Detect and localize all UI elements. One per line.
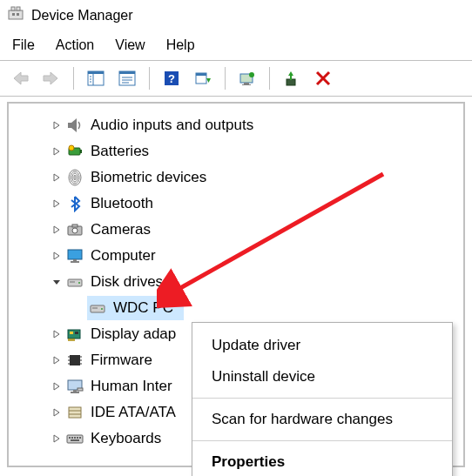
svg-rect-25 [287, 79, 295, 85]
disk-drive-icon [87, 298, 108, 318]
svg-marker-31 [71, 118, 77, 132]
menu-help[interactable]: Help [166, 37, 195, 53]
svg-rect-3 [12, 13, 15, 16]
app-icon [7, 5, 24, 25]
context-update-driver[interactable]: Update driver [192, 330, 452, 361]
menu-action[interactable]: Action [56, 37, 94, 53]
chevron-right-icon[interactable] [49, 352, 64, 368]
chevron-right-icon[interactable] [49, 222, 64, 238]
svg-rect-69 [69, 407, 81, 418]
chevron-right-icon[interactable] [49, 117, 64, 133]
keyboard-icon [64, 428, 85, 449]
chevron-down-icon[interactable] [49, 274, 64, 290]
svg-rect-77 [79, 437, 81, 439]
tree-item-computer[interactable]: Computer [26, 243, 458, 269]
svg-point-49 [101, 308, 103, 310]
svg-rect-68 [78, 388, 83, 391]
svg-rect-2 [17, 7, 20, 10]
svg-rect-72 [67, 435, 83, 443]
svg-point-38 [74, 175, 76, 180]
tree-item-cameras[interactable]: Cameras [26, 217, 458, 243]
svg-rect-76 [77, 437, 78, 439]
uninstall-button[interactable] [277, 64, 307, 92]
svg-rect-74 [71, 437, 73, 439]
svg-rect-52 [70, 332, 73, 334]
scan-hardware-button[interactable] [188, 64, 218, 92]
display-adapter-icon [64, 324, 85, 345]
tree-item-biometric[interactable]: Biometric devices [26, 164, 458, 191]
svg-rect-42 [68, 250, 82, 259]
battery-icon [64, 141, 85, 162]
hid-icon [64, 376, 85, 397]
svg-rect-44 [71, 261, 79, 263]
window-title: Device Manager [31, 8, 133, 23]
svg-point-34 [69, 145, 74, 151]
svg-point-24 [249, 72, 254, 77]
disk-drive-icon [64, 272, 85, 292]
camera-icon [64, 219, 85, 240]
svg-rect-67 [71, 392, 79, 393]
back-button[interactable] [5, 64, 35, 92]
svg-text:?: ? [168, 72, 175, 85]
context-separator [192, 398, 452, 399]
svg-marker-20 [206, 78, 211, 83]
svg-rect-53 [75, 332, 78, 334]
svg-rect-75 [74, 437, 76, 439]
disable-button[interactable] [308, 64, 338, 92]
chevron-right-icon[interactable] [49, 326, 64, 342]
tree-item-disk-child[interactable]: WDC PC [26, 295, 458, 321]
speaker-icon [64, 115, 85, 136]
chevron-right-icon[interactable] [49, 144, 64, 159]
context-menu: Update driver Uninstall device Scan for … [192, 322, 453, 476]
svg-point-46 [78, 282, 80, 284]
svg-point-41 [72, 228, 78, 233]
svg-rect-12 [119, 71, 135, 74]
context-uninstall-device[interactable]: Uninstall device [192, 361, 452, 392]
svg-rect-33 [80, 150, 82, 153]
svg-rect-78 [71, 439, 79, 441]
details-pane-button[interactable] [81, 64, 111, 92]
properties-pane-button[interactable] [112, 64, 142, 92]
tree-item-batteries[interactable]: Batteries [26, 138, 458, 164]
context-separator [192, 440, 452, 441]
svg-rect-30 [68, 123, 71, 128]
menu-view[interactable]: View [115, 37, 145, 53]
context-scan-hardware[interactable]: Scan for hardware changes [192, 404, 452, 435]
toolbar-separator [269, 67, 270, 90]
chevron-right-icon[interactable] [49, 248, 64, 264]
svg-rect-73 [69, 437, 71, 439]
tree-item-audio[interactable]: Audio inputs and outputs [26, 112, 458, 138]
toolbar-separator [149, 67, 150, 90]
update-driver-button[interactable] [233, 64, 262, 92]
title-bar: Device Manager [0, 0, 472, 29]
chevron-right-icon[interactable] [49, 379, 64, 394]
svg-rect-22 [244, 83, 249, 84]
svg-rect-40 [72, 225, 78, 227]
bluetooth-icon [64, 193, 85, 214]
svg-rect-0 [9, 10, 23, 19]
svg-rect-66 [73, 390, 77, 392]
chip-icon [64, 350, 85, 371]
toolbar: ? [0, 60, 472, 97]
ide-controller-icon [64, 402, 85, 423]
svg-rect-19 [196, 73, 206, 76]
tree-item-bluetooth[interactable]: Bluetooth [26, 191, 458, 217]
monitor-icon [64, 245, 85, 266]
menu-file[interactable]: File [12, 37, 35, 53]
svg-rect-43 [73, 259, 77, 261]
svg-rect-58 [70, 355, 80, 365]
chevron-right-icon[interactable] [49, 405, 64, 420]
chevron-right-icon[interactable] [49, 170, 64, 185]
tree-item-disk-drives[interactable]: Disk drives [26, 269, 458, 295]
context-properties[interactable]: Properties [192, 446, 452, 476]
forward-button[interactable] [37, 64, 66, 92]
fingerprint-icon [64, 167, 85, 188]
help-button[interactable]: ? [157, 64, 186, 92]
svg-rect-27 [290, 75, 292, 80]
toolbar-separator [225, 67, 226, 90]
svg-rect-23 [242, 84, 251, 85]
menu-bar: File Action View Help [0, 29, 472, 60]
chevron-right-icon[interactable] [49, 431, 64, 446]
svg-rect-1 [11, 7, 15, 10]
chevron-right-icon[interactable] [49, 196, 64, 211]
